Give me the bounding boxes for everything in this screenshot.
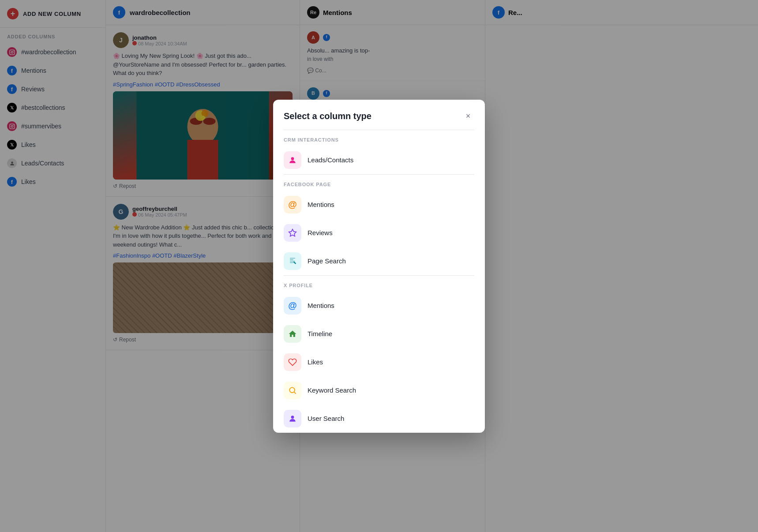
modal-item-label: Mentions [308, 201, 334, 208]
modal-item-label: Page Search [308, 257, 346, 265]
fb-reviews-icon [284, 224, 301, 242]
leads-contacts-icon [284, 151, 301, 169]
modal-header: Select a column type × [273, 100, 485, 130]
svg-marker-17 [289, 229, 296, 236]
modal-item-label: Likes [308, 358, 323, 366]
modal-item-label: Keyword Search [308, 386, 356, 394]
main-content: f wardrobecollection J jonathon 08 May 2… [106, 0, 758, 532]
modal-overlay[interactable]: Select a column type × CRM INTERACTIONS … [106, 0, 758, 532]
modal-item-fb-reviews[interactable]: Reviews [273, 219, 485, 247]
modal-item-leads-contacts[interactable]: Leads/Contacts [273, 146, 485, 174]
svg-point-16 [291, 157, 294, 160]
x-timeline-icon [284, 325, 301, 343]
modal-item-label: User Search [308, 415, 344, 422]
fb-mentions-icon: @ [284, 196, 301, 214]
modal-item-fb-mentions[interactable]: @ Mentions [273, 191, 485, 219]
modal-title: Select a column type [284, 111, 371, 121]
svg-point-21 [291, 416, 294, 419]
modal-section-fb: FACEBOOK PAGE [273, 175, 485, 191]
svg-point-19 [289, 387, 295, 393]
modal-item-x-user-search[interactable]: User Search [273, 405, 485, 433]
x-keyword-search-icon [284, 382, 301, 399]
fb-page-search-icon [284, 252, 301, 270]
select-column-modal: Select a column type × CRM INTERACTIONS … [273, 100, 485, 433]
modal-item-x-likes[interactable]: Likes [273, 348, 485, 376]
modal-item-label: Mentions [308, 302, 334, 309]
modal-item-fb-page-search[interactable]: Page Search [273, 247, 485, 275]
modal-item-label: Timeline [308, 330, 332, 337]
svg-marker-18 [293, 261, 296, 264]
modal-item-x-mentions[interactable]: @ Mentions [273, 292, 485, 320]
svg-line-20 [294, 392, 296, 393]
modal-section-x: X PROFILE [273, 276, 485, 292]
modal-close-button[interactable]: × [462, 110, 474, 123]
modal-item-x-keyword-search[interactable]: Keyword Search [273, 376, 485, 405]
modal-item-x-timeline[interactable]: Timeline [273, 320, 485, 348]
modal-item-label: Reviews [308, 229, 333, 236]
x-user-search-icon [284, 410, 301, 427]
x-mentions-icon: @ [284, 297, 301, 315]
modal-section-crm: CRM INTERACTIONS [273, 130, 485, 146]
modal-item-label: Leads/Contacts [308, 156, 353, 164]
x-likes-icon [284, 353, 301, 371]
